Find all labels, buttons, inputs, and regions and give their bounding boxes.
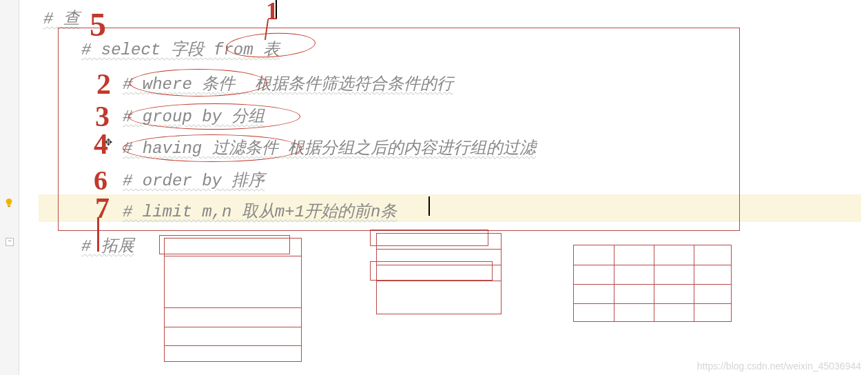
annotation-stroke bbox=[97, 217, 99, 252]
lightbulb-icon[interactable] bbox=[4, 198, 14, 207]
text-caret bbox=[276, 0, 277, 19]
code-comment: # 拓展 bbox=[81, 234, 134, 256]
text-caret bbox=[428, 196, 430, 216]
svg-rect-0 bbox=[8, 205, 10, 207]
code-comment: # 查 bbox=[43, 7, 80, 29]
watermark-text: https://blog.csdn.net/weixin_45036944 bbox=[697, 361, 861, 372]
code-comment: # limit m,n 取从m+1开始的前n条 bbox=[123, 200, 397, 222]
fold-icon[interactable]: − bbox=[6, 238, 14, 246]
annotation-table bbox=[573, 245, 732, 322]
annotation-table bbox=[376, 233, 502, 314]
editor-gutter: − bbox=[0, 0, 19, 375]
cursor-crosshair-icon: ✥ bbox=[105, 134, 112, 149]
editor-area[interactable]: # 查 # select 字段 from 表 # where 条件 根据条件筛选… bbox=[19, 0, 868, 375]
annotation-table bbox=[164, 238, 302, 362]
